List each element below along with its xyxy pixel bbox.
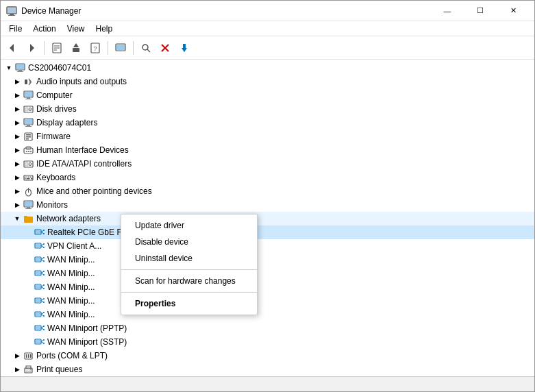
svg-rect-55 xyxy=(28,176,29,177)
wan5-item[interactable]: WAN Minip... xyxy=(1,308,534,321)
list-item[interactable]: ▶ Keyboards xyxy=(1,171,534,184)
menu-help[interactable]: Help xyxy=(90,23,119,35)
content-area: ▼ CS20046074C01 ▶ xyxy=(1,60,534,376)
list-item[interactable]: ▶ Disk drives xyxy=(1,102,534,116)
computer-expand[interactable]: ▶ xyxy=(12,90,23,101)
vpn-placeholder xyxy=(23,241,34,252)
svg-rect-107 xyxy=(36,313,40,316)
realtek-item[interactable]: Realtek PCIe GbE Family Controller xyxy=(1,225,534,239)
display-icon xyxy=(23,117,34,128)
svg-rect-53 xyxy=(25,176,26,177)
mice-icon xyxy=(23,186,34,197)
hid-expand[interactable]: ▶ xyxy=(12,145,23,156)
close-button[interactable]: ✕ xyxy=(497,1,529,21)
svg-point-104 xyxy=(43,298,45,299)
svg-point-47 xyxy=(30,151,32,152)
list-item[interactable]: ▶ Audio inputs and outputs xyxy=(1,75,534,88)
wan2-label: WAN Minip... xyxy=(47,269,95,278)
ide-label: IDE ATA/ATAPI controllers xyxy=(36,159,132,169)
print-expand[interactable]: ▶ xyxy=(12,364,23,375)
back-button[interactable] xyxy=(3,39,21,57)
keyboards-expand[interactable]: ▶ xyxy=(12,172,23,183)
display-expand[interactable]: ▶ xyxy=(12,117,23,128)
ports-item[interactable]: ▶ Ports (COM & LPT) xyxy=(1,349,534,363)
svg-rect-89 xyxy=(36,271,40,275)
hid-label: Human Interface Devices xyxy=(36,145,129,155)
properties-button[interactable] xyxy=(48,39,66,57)
svg-rect-77 xyxy=(36,244,40,247)
menu-file[interactable]: File xyxy=(3,23,27,35)
wan3-icon xyxy=(34,282,45,293)
wan4-label: WAN Minip... xyxy=(47,296,95,306)
list-item[interactable]: ▶ Monitors xyxy=(1,198,534,212)
wan-pptp-item[interactable]: WAN Miniport (PPTP) xyxy=(1,321,534,335)
scan-hardware-button[interactable] xyxy=(137,39,155,57)
add-hardware-button[interactable] xyxy=(175,39,193,57)
app-icon xyxy=(6,5,17,16)
maximize-button[interactable]: ☐ xyxy=(464,1,496,21)
menu-view[interactable]: View xyxy=(62,23,90,35)
network-expand[interactable]: ▼ xyxy=(12,213,23,224)
wan4-item[interactable]: WAN Minip... xyxy=(1,294,534,308)
svg-rect-25 xyxy=(17,71,23,72)
menu-action[interactable]: Action xyxy=(27,23,61,35)
minimize-button[interactable]: — xyxy=(432,1,463,21)
wan2-item[interactable]: WAN Minip... xyxy=(1,267,534,280)
display-label: Display adapters xyxy=(36,118,97,127)
ide-expand[interactable]: ▶ xyxy=(12,158,23,169)
forward-button[interactable] xyxy=(23,39,40,57)
device-manager-toolbar-icon[interactable] xyxy=(112,39,129,57)
ports-icon xyxy=(23,350,34,361)
firmware-expand[interactable]: ▶ xyxy=(12,131,23,142)
ports-expand[interactable]: ▶ xyxy=(12,350,23,361)
svg-rect-36 xyxy=(25,119,32,124)
update-driver-button[interactable] xyxy=(67,39,85,57)
ctx-properties[interactable]: Properties xyxy=(121,295,257,312)
list-item[interactable]: ▶ Human Interface Devices xyxy=(1,143,534,157)
ctx-uninstall-device[interactable]: Uninstall device xyxy=(121,250,257,267)
window-controls: — ☐ ✕ xyxy=(432,1,529,21)
svg-point-122 xyxy=(43,339,45,341)
remove-device-button[interactable] xyxy=(156,39,174,57)
svg-point-93 xyxy=(43,274,45,275)
monitors-expand[interactable]: ▶ xyxy=(12,199,23,210)
device-tree[interactable]: ▼ CS20046074C01 ▶ xyxy=(1,60,534,376)
mice-expand[interactable]: ▶ xyxy=(12,186,23,197)
svg-rect-41 xyxy=(26,136,31,138)
wan-sstp-item[interactable]: WAN Miniport (SSTP) xyxy=(1,335,534,349)
svg-rect-26 xyxy=(25,79,27,84)
svg-rect-40 xyxy=(26,134,31,136)
svg-point-111 xyxy=(43,315,45,317)
list-item[interactable]: ▶ Firmware xyxy=(1,130,534,143)
svg-rect-127 xyxy=(30,354,32,358)
context-menu: Update driver Disable device Uninstall d… xyxy=(121,214,258,315)
list-item[interactable]: ▶ Display adapters xyxy=(1,116,534,130)
root-expand[interactable]: ▼ xyxy=(3,62,14,73)
svg-rect-68 xyxy=(24,217,33,223)
ctx-sep1 xyxy=(121,269,257,270)
disk-expand[interactable]: ▶ xyxy=(12,103,23,114)
print-label: Print queues xyxy=(36,365,82,374)
hid-icon xyxy=(23,145,34,156)
audio-expand[interactable]: ▶ xyxy=(12,76,23,87)
ctx-disable-device[interactable]: Disable device xyxy=(121,234,257,250)
tree-root[interactable]: ▼ CS20046074C01 xyxy=(1,61,534,75)
list-item[interactable]: ▶ Computer xyxy=(1,88,534,102)
ctx-scan-hardware[interactable]: Scan for hardware changes xyxy=(121,273,257,289)
wan-sstp-label: WAN Miniport (SSTP) xyxy=(47,337,127,347)
network-adapters-item[interactable]: ▼ Network adapters xyxy=(1,212,534,225)
svg-rect-54 xyxy=(26,176,27,177)
list-item[interactable]: ▶ Mice and other pointing devices xyxy=(1,184,534,198)
svg-point-45 xyxy=(26,151,27,152)
wan3-item[interactable]: WAN Minip... xyxy=(1,280,534,294)
ctx-sep2 xyxy=(121,292,257,293)
svg-rect-37 xyxy=(27,125,30,126)
print-item[interactable]: ▶ Print queues xyxy=(1,363,534,376)
svg-rect-66 xyxy=(27,207,30,208)
list-item[interactable]: ▶ IDE ATA/ATAPI controllers xyxy=(1,157,534,171)
ctx-update-driver[interactable]: Update driver xyxy=(121,217,257,234)
wan1-item[interactable]: WAN Minip... xyxy=(1,253,534,267)
monitors-icon xyxy=(23,199,34,210)
vpn-item[interactable]: VPN Client A... xyxy=(1,239,534,253)
help-button[interactable]: ? xyxy=(86,39,104,57)
